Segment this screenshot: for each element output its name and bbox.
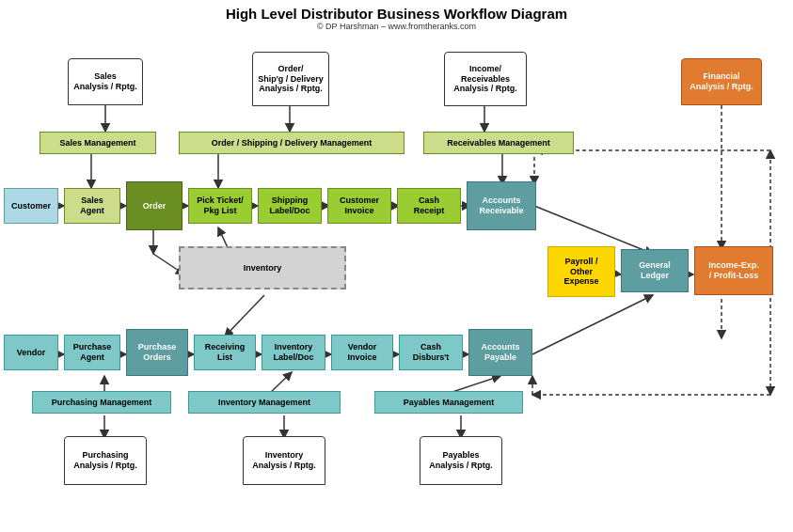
income-analysis-box: Income/ Receivables Analysis / Rptg.: [444, 52, 527, 106]
payables-analysis-label: Payables Analysis / Rptg.: [429, 450, 493, 471]
payables-management-label: Payables Management: [404, 398, 495, 408]
page-title: High Level Distributor Business Workflow…: [0, 0, 793, 22]
shipping-label-label: Shipping Label/Doc: [269, 196, 309, 216]
sales-analysis-box: Sales Analysis / Rptg.: [68, 58, 143, 105]
page-subtitle: © DP Harshman – www.fromtheranks.com: [0, 22, 793, 31]
general-ledger-box: General Ledger: [621, 249, 689, 292]
order-analysis-box: Order/ Ship'g / Delivery Analysis / Rptg…: [252, 52, 329, 106]
purchasing-analysis-box: Purchasing Analysis / Rptg.: [64, 436, 147, 485]
order-analysis-label: Order/ Ship'g / Delivery Analysis / Rptg…: [258, 64, 324, 94]
cash-receipt-box: Cash Receipt: [397, 188, 461, 224]
shipping-label-box: Shipping Label/Doc: [258, 188, 322, 224]
vendor-label: Vendor: [17, 348, 46, 358]
income-exp-label: Income-Exp. / Profit-Loss: [708, 260, 759, 281]
financial-analysis-box: Financial Analysis / Rptg.: [681, 58, 762, 105]
diagram: High Level Distributor Business Workflow…: [0, 0, 793, 532]
sales-analysis-label: Sales Analysis / Rptg.: [73, 71, 137, 92]
order-box: Order: [126, 181, 182, 230]
inventory-box: Inventory: [179, 246, 346, 289]
purchase-agent-box: Purchase Agent: [64, 335, 120, 370]
payroll-label: Payroll / Other Expense: [563, 257, 598, 287]
cash-receipt-label: Cash Receipt: [414, 196, 445, 216]
order-management-label: Order / Shipping / Delivery Management: [212, 138, 373, 149]
sales-agent-box: Sales Agent: [64, 188, 120, 224]
order-label: Order: [143, 201, 167, 211]
sales-management-bar: Sales Management: [40, 132, 156, 154]
inventory-analysis-box: Inventory Analysis / Rptg.: [243, 436, 325, 485]
income-exp-box: Income-Exp. / Profit-Loss: [694, 246, 773, 295]
purchasing-analysis-label: Purchasing Analysis / Rptg.: [73, 450, 137, 471]
general-ledger-label: General Ledger: [639, 260, 671, 281]
payroll-box: Payroll / Other Expense: [547, 246, 615, 297]
purchase-orders-label: Purchase Orders: [138, 342, 177, 363]
receiving-list-box: Receiving List: [194, 335, 256, 370]
purchase-agent-label: Purchase Agent: [73, 342, 112, 363]
accounts-receivable-box: Accounts Receivable: [467, 181, 536, 230]
payables-analysis-box: Payables Analysis / Rptg.: [420, 436, 502, 485]
inventory-management-bar: Inventory Management: [188, 391, 341, 414]
pick-ticket-box: Pick Ticket/ Pkg List: [188, 188, 252, 224]
cash-disburs-box: Cash Disburs't: [399, 335, 463, 370]
cash-disburs-label: Cash Disburs't: [413, 342, 450, 363]
inventory-management-label: Inventory Management: [218, 398, 310, 408]
inventory-label-box: Inventory Label/Doc: [262, 335, 325, 370]
svg-line-38: [270, 372, 292, 393]
sales-management-label: Sales Management: [59, 138, 135, 149]
vendor-box: Vendor: [4, 335, 58, 370]
customer-box: Customer: [4, 188, 58, 224]
financial-analysis-label: Financial Analysis / Rptg.: [690, 71, 753, 92]
inventory-label: Inventory: [244, 263, 282, 274]
purchasing-management-bar: Purchasing Management: [32, 391, 171, 414]
vendor-invoice-box: Vendor Invoice: [331, 335, 393, 370]
income-analysis-label: Income/ Receivables Analysis / Rptg.: [453, 64, 517, 94]
customer-label: Customer: [11, 201, 51, 211]
purchase-orders-box: Purchase Orders: [126, 329, 188, 376]
inventory-label-doc-label: Inventory Label/Doc: [273, 342, 313, 363]
payables-management-bar: Payables Management: [374, 391, 523, 414]
svg-line-20: [532, 295, 653, 354]
sales-agent-label: Sales Agent: [80, 196, 104, 216]
receiving-list-label: Receiving List: [205, 342, 246, 363]
svg-line-17: [225, 295, 264, 336]
pick-ticket-label: Pick Ticket/ Pkg List: [197, 196, 243, 216]
accounts-payable-box: Accounts Payable: [468, 329, 532, 376]
customer-invoice-box: Customer Invoice: [327, 188, 391, 224]
purchasing-management-label: Purchasing Management: [52, 398, 152, 408]
vendor-invoice-label: Vendor Invoice: [347, 342, 376, 363]
receivables-management-label: Receivables Management: [447, 138, 550, 149]
inventory-analysis-label: Inventory Analysis / Rptg.: [252, 450, 316, 471]
accounts-receivable-label: Accounts Receivable: [479, 196, 523, 216]
accounts-payable-label: Accounts Payable: [481, 342, 519, 363]
receivables-management-bar: Receivables Management: [423, 132, 574, 154]
order-management-bar: Order / Shipping / Delivery Management: [179, 132, 404, 154]
customer-invoice-label: Customer Invoice: [340, 196, 379, 216]
